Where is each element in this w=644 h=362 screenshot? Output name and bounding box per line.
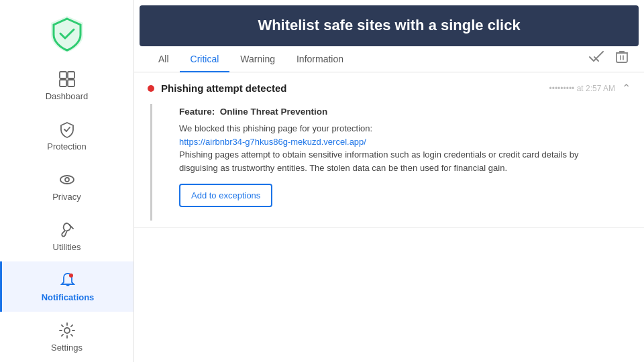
chevron-up-icon: ⌃ [622, 82, 631, 95]
sidebar-item-settings[interactable]: Settings [0, 312, 133, 362]
tooltip-banner: Whitelist safe sites with a single click [140, 5, 639, 46]
eye-icon [58, 170, 76, 189]
utilities-icon [58, 221, 76, 239]
notification-item: Phishing attempt detected ••••••••• at 2… [134, 72, 644, 228]
app-logo [47, 13, 87, 54]
feature-value: Online Threat Prevention [220, 107, 328, 117]
feature-label: Feature: [179, 107, 215, 117]
notification-body: Feature: Online Threat Prevention We blo… [150, 104, 631, 221]
svg-point-7 [64, 328, 70, 333]
app-container: Dashboard Protection [0, 0, 644, 362]
svg-point-6 [69, 274, 73, 278]
sidebar-item-protection[interactable]: Protection [0, 111, 133, 161]
sidebar-item-label-utilities: Utilities [53, 242, 81, 252]
shield-icon [58, 120, 76, 139]
sidebar-item-dashboard[interactable]: Dashboard [0, 60, 133, 111]
tab-critical[interactable]: Critical [180, 47, 230, 72]
sidebar-nav: Dashboard Protection [0, 60, 133, 362]
sidebar-item-utilities[interactable]: Utilities [0, 211, 133, 261]
delete-all-icon[interactable] [613, 48, 631, 66]
sidebar-item-label-privacy: Privacy [52, 192, 81, 202]
notification-source: ••••••••• at 2:57 AM [549, 84, 615, 93]
svg-rect-2 [60, 80, 66, 86]
add-exceptions-button[interactable]: Add to exceptions [179, 184, 272, 207]
svg-point-5 [65, 178, 69, 182]
sidebar-item-label-dashboard: Dashboard [46, 91, 89, 101]
svg-point-4 [60, 176, 74, 184]
tooltip-text: Whitelist safe sites with a single click [258, 17, 520, 34]
gear-icon [58, 321, 76, 340]
sidebar-item-label-notifications: Notifications [42, 292, 95, 302]
dashboard-icon [58, 70, 76, 88]
sidebar-item-label-settings: Settings [51, 343, 83, 353]
main-content: Whitelist safe sites with a single click… [134, 0, 644, 362]
notification-feature: Feature: Online Threat Prevention [179, 107, 617, 117]
tab-actions [586, 48, 631, 72]
notification-url: https://airbnbr34-g7hkus86g-mekuzd.verce… [179, 137, 366, 147]
sidebar: Dashboard Protection [0, 0, 134, 362]
notification-dot [148, 85, 154, 92]
svg-rect-1 [68, 72, 74, 78]
svg-rect-0 [60, 72, 66, 78]
mark-all-read-icon[interactable] [586, 48, 606, 66]
notification-description: We blocked this phishing page for your p… [179, 122, 617, 174]
tab-warning[interactable]: Warning [229, 47, 286, 72]
svg-rect-8 [616, 53, 627, 62]
sidebar-item-privacy[interactable]: Privacy [0, 161, 133, 211]
bell-icon [58, 271, 77, 290]
notifications-list: Phishing attempt detected ••••••••• at 2… [134, 72, 644, 362]
sidebar-item-label-protection: Protection [47, 141, 87, 152]
tab-all[interactable]: All [148, 47, 180, 72]
svg-rect-3 [68, 80, 74, 86]
notification-title: Phishing attempt detected [161, 82, 543, 94]
sidebar-item-notifications[interactable]: Notifications [0, 261, 133, 312]
tab-information[interactable]: Information [286, 47, 354, 72]
notification-header[interactable]: Phishing attempt detected ••••••••• at 2… [134, 72, 644, 104]
